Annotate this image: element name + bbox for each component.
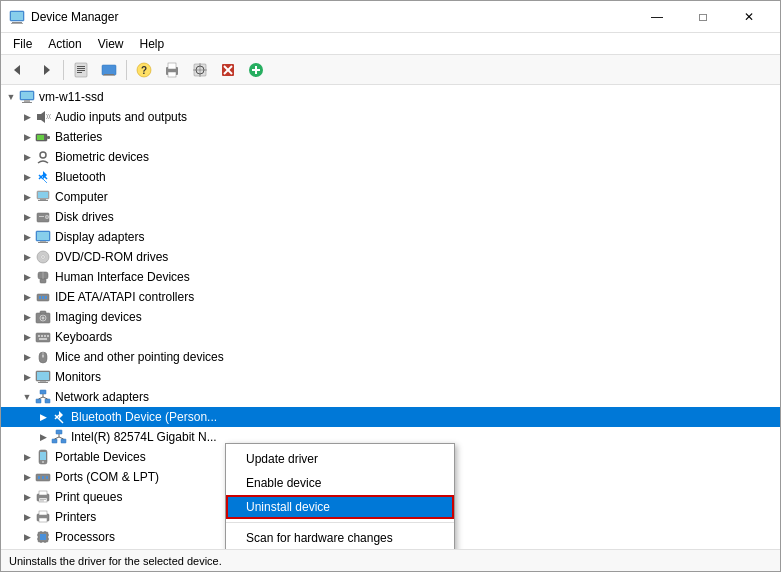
root-expand[interactable]: ▼: [3, 89, 19, 105]
dvd-label: DVD/CD-ROM drives: [55, 250, 168, 264]
svg-rect-31: [24, 100, 30, 102]
minimize-button[interactable]: —: [634, 1, 680, 33]
audio-expand[interactable]: ▶: [19, 109, 35, 125]
tree-item-ide[interactable]: ▶ IDE ATA/ATAPI controllers: [1, 287, 780, 307]
keyboards-expand[interactable]: ▶: [19, 329, 35, 345]
menu-action[interactable]: Action: [40, 35, 89, 53]
svg-rect-78: [37, 372, 49, 380]
mice-expand[interactable]: ▶: [19, 349, 35, 365]
disk-label: Disk drives: [55, 210, 114, 224]
tree-item-bluetooth-device[interactable]: ▶ Bluetooth Device (Person...: [1, 407, 780, 427]
audio-label: Audio inputs and outputs: [55, 110, 187, 124]
svg-rect-73: [39, 338, 47, 340]
menu-file[interactable]: File: [5, 35, 40, 53]
svg-point-97: [42, 461, 44, 463]
tree-item-bluetooth[interactable]: ▶ Bluetooth: [1, 167, 780, 187]
svg-rect-100: [42, 476, 44, 479]
svg-rect-96: [40, 452, 46, 460]
maximize-button[interactable]: □: [680, 1, 726, 33]
tree-item-keyboards[interactable]: ▶ Keyboards: [1, 327, 780, 347]
svg-rect-90: [52, 439, 57, 443]
tree-item-disk[interactable]: ▶ Disk drives: [1, 207, 780, 227]
tree-item-monitors[interactable]: ▶ Monitors: [1, 367, 780, 387]
portable-icon: [35, 449, 51, 465]
monitors-icon: [35, 369, 51, 385]
svg-rect-53: [38, 242, 48, 243]
svg-point-48: [46, 216, 48, 218]
svg-rect-69: [38, 335, 40, 337]
display-label: Display adapters: [55, 230, 144, 244]
tree-item-batteries[interactable]: ▶ Batteries: [1, 127, 780, 147]
imaging-expand[interactable]: ▶: [19, 309, 35, 325]
scan-button[interactable]: [187, 58, 213, 82]
hid-expand[interactable]: ▶: [19, 269, 35, 285]
batteries-icon: [35, 129, 51, 145]
processors-expand[interactable]: ▶: [19, 529, 35, 545]
help-button[interactable]: ?: [131, 58, 157, 82]
portable-expand[interactable]: ▶: [19, 449, 35, 465]
svg-rect-11: [102, 65, 116, 75]
tree-item-network[interactable]: ▼ Network adapters: [1, 387, 780, 407]
tree-item-mice[interactable]: ▶ Mice and other pointing devices: [1, 347, 780, 367]
tree-item-biometric[interactable]: ▶ Biometric devices: [1, 147, 780, 167]
network-expand[interactable]: ▼: [19, 389, 35, 405]
ide-expand[interactable]: ▶: [19, 289, 35, 305]
audio-icon: )))): [35, 109, 51, 125]
ctx-enable-device[interactable]: Enable device: [226, 471, 454, 495]
menu-view[interactable]: View: [90, 35, 132, 53]
close-button[interactable]: ✕: [726, 1, 772, 33]
biometric-expand[interactable]: ▶: [19, 149, 35, 165]
add-button[interactable]: [243, 58, 269, 82]
svg-rect-80: [38, 382, 48, 383]
mice-icon: [35, 349, 51, 365]
tree-item-imaging[interactable]: ▶ Imaging devices: [1, 307, 780, 327]
ports-icon: [35, 469, 51, 485]
computer-label: Computer: [55, 190, 108, 204]
dvd-expand[interactable]: ▶: [19, 249, 35, 265]
biometric-label: Biometric devices: [55, 150, 149, 164]
svg-rect-72: [47, 335, 49, 337]
intel-nic-expand[interactable]: ▶: [35, 429, 51, 445]
tree-item-dvd[interactable]: ▶ DVD/CD-ROM drives: [1, 247, 780, 267]
tree-item-audio[interactable]: ▶ )))) Audio inputs and outputs: [1, 107, 780, 127]
menu-help[interactable]: Help: [132, 35, 173, 53]
svg-rect-2: [11, 23, 23, 24]
disk-expand[interactable]: ▶: [19, 209, 35, 225]
forward-button[interactable]: [33, 58, 59, 82]
uninstall-button[interactable]: [215, 58, 241, 82]
hid-label: Human Interface Devices: [55, 270, 190, 284]
print-button[interactable]: [159, 58, 185, 82]
ctx-update-driver[interactable]: Update driver: [226, 447, 454, 471]
printers-expand[interactable]: ▶: [19, 509, 35, 525]
svg-rect-45: [38, 200, 48, 201]
properties-button[interactable]: [68, 58, 94, 82]
svg-point-56: [42, 256, 44, 258]
processors-icon: [35, 529, 51, 545]
biometric-icon: [35, 149, 51, 165]
svg-rect-8: [77, 68, 85, 69]
tree-item-hid[interactable]: ▶ Human Interface Devices: [1, 267, 780, 287]
processors-label: Processors: [55, 530, 115, 544]
tree-item-computer[interactable]: ▶ Computer: [1, 187, 780, 207]
tree-root[interactable]: ▼ vm-w11-ssd: [1, 87, 780, 107]
ctx-uninstall-device[interactable]: Uninstall device: [226, 495, 454, 519]
svg-rect-67: [40, 311, 46, 314]
svg-rect-43: [38, 192, 48, 198]
monitors-expand[interactable]: ▶: [19, 369, 35, 385]
ctx-scan-hardware[interactable]: Scan for hardware changes: [226, 526, 454, 549]
computer-expand[interactable]: ▶: [19, 189, 35, 205]
svg-marker-5: [44, 65, 50, 75]
back-button[interactable]: [5, 58, 31, 82]
svg-rect-9: [77, 70, 85, 71]
batteries-expand[interactable]: ▶: [19, 129, 35, 145]
disk-icon: [35, 209, 51, 225]
print-queues-expand[interactable]: ▶: [19, 489, 35, 505]
bluetooth-expand[interactable]: ▶: [19, 169, 35, 185]
bluetooth-device-expand[interactable]: ▶: [35, 409, 51, 425]
ports-expand[interactable]: ▶: [19, 469, 35, 485]
update-driver-button[interactable]: [96, 58, 122, 82]
display-expand[interactable]: ▶: [19, 229, 35, 245]
svg-line-86: [43, 397, 48, 399]
svg-rect-18: [168, 72, 176, 77]
tree-item-display[interactable]: ▶ Display adapters: [1, 227, 780, 247]
